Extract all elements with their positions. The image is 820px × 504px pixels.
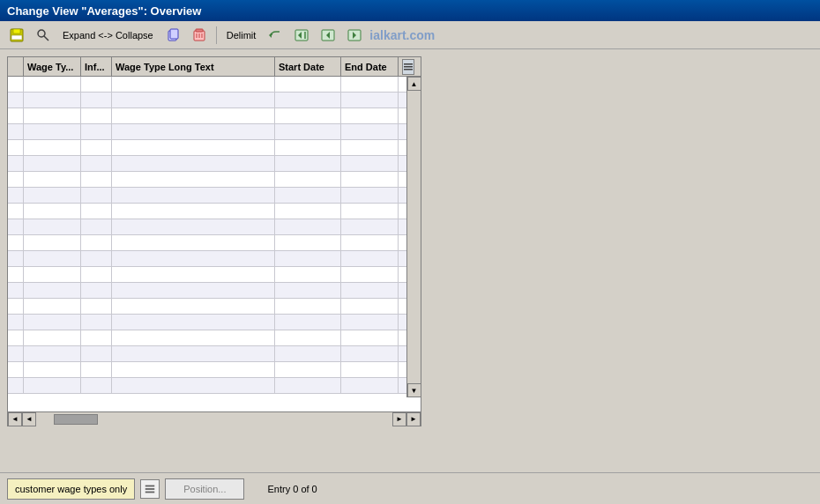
row-startdate-cell xyxy=(275,346,341,361)
row-checkbox-cell xyxy=(8,283,24,298)
table-row[interactable] xyxy=(8,346,406,362)
save-icon xyxy=(9,27,25,43)
row-longtext-cell xyxy=(112,378,275,393)
customer-wage-types-button[interactable]: customer wage types only xyxy=(7,478,135,500)
row-enddate-cell xyxy=(341,124,399,139)
row-enddate-cell xyxy=(341,362,399,377)
row-wagety-cell xyxy=(24,156,81,171)
row-enddate-cell xyxy=(341,93,399,107)
table-row[interactable] xyxy=(8,299,406,315)
copy-button[interactable] xyxy=(161,25,184,46)
table-row[interactable] xyxy=(8,315,406,330)
entry-info: Entry 0 of 0 xyxy=(267,484,317,494)
row-startdate-cell xyxy=(275,378,341,393)
table-body: ▲ ▼ xyxy=(8,77,421,411)
table-row[interactable] xyxy=(8,267,406,283)
table-row[interactable] xyxy=(8,108,406,124)
svg-rect-6 xyxy=(170,29,178,39)
row-longtext-cell xyxy=(112,235,275,250)
nav-first-button[interactable] xyxy=(290,25,313,46)
table-row[interactable] xyxy=(8,77,406,93)
table-row[interactable] xyxy=(8,219,406,235)
nav-next-button[interactable] xyxy=(343,25,366,46)
row-wagety-cell xyxy=(24,140,81,155)
find-icon xyxy=(35,27,51,43)
horizontal-scrollbar[interactable]: ◄ ◄ ► ► xyxy=(8,411,421,426)
table-row[interactable] xyxy=(8,156,406,172)
row-inf-cell xyxy=(81,315,112,330)
table-panel: Wage Ty... Inf... Wage Type Long Text St… xyxy=(7,56,421,426)
table-row[interactable] xyxy=(8,188,406,204)
row-enddate-cell xyxy=(341,77,399,92)
row-wagety-cell xyxy=(24,267,81,282)
delimit-button[interactable]: Delimit xyxy=(222,25,261,46)
copy-icon xyxy=(165,27,181,43)
row-longtext-cell xyxy=(112,156,275,171)
row-wagety-cell xyxy=(24,172,81,187)
row-longtext-cell xyxy=(112,299,275,314)
undo-button[interactable] xyxy=(264,25,287,46)
row-startdate-cell xyxy=(275,77,341,92)
col-settings-icon[interactable] xyxy=(402,59,414,75)
row-inf-cell xyxy=(81,283,112,298)
scroll-left-button[interactable]: ◄ xyxy=(22,412,36,426)
position-icon-button[interactable] xyxy=(140,479,160,499)
table-row[interactable] xyxy=(8,378,406,394)
main-content: Wage Ty... Inf... Wage Type Long Text St… xyxy=(0,49,820,472)
table-row[interactable] xyxy=(8,330,406,346)
watermark: ialkart.com xyxy=(369,28,435,42)
row-inf-cell xyxy=(81,140,112,155)
scroll-right-next-button[interactable]: ► xyxy=(406,412,421,426)
row-wagety-cell xyxy=(24,204,81,219)
hscroll-track xyxy=(36,412,392,426)
table-row[interactable] xyxy=(8,283,406,299)
table-row[interactable] xyxy=(8,172,406,188)
col-header-startdate: Start Date xyxy=(275,57,341,76)
page-title: Change View "Averages": Overview xyxy=(7,4,201,18)
position-button[interactable]: Position... xyxy=(165,478,244,500)
row-wagety-cell xyxy=(24,362,81,377)
table-row[interactable] xyxy=(8,235,406,251)
row-inf-cell xyxy=(81,204,112,219)
svg-line-4 xyxy=(44,36,48,41)
table-row[interactable] xyxy=(8,204,406,219)
row-wagety-cell xyxy=(24,315,81,330)
row-longtext-cell xyxy=(112,346,275,361)
scroll-up-button[interactable]: ▲ xyxy=(407,77,421,91)
row-longtext-cell xyxy=(112,77,275,92)
find-button[interactable] xyxy=(32,25,55,46)
row-checkbox-cell xyxy=(8,156,24,171)
expand-collapse-button[interactable]: Expand <-> Collapse xyxy=(58,25,158,46)
row-inf-cell xyxy=(81,219,112,234)
scroll-down-button[interactable]: ▼ xyxy=(407,383,421,397)
row-inf-cell xyxy=(81,346,112,361)
scroll-left-prev-button[interactable]: ◄ xyxy=(8,412,22,426)
scroll-right-button[interactable]: ► xyxy=(392,412,406,426)
table-row[interactable] xyxy=(8,362,406,378)
table-row[interactable] xyxy=(8,124,406,140)
hscroll-thumb[interactable] xyxy=(54,414,98,425)
table-row[interactable] xyxy=(8,251,406,267)
row-enddate-cell xyxy=(341,299,399,314)
row-startdate-cell xyxy=(275,251,341,266)
row-longtext-cell xyxy=(112,108,275,123)
svg-rect-23 xyxy=(145,485,155,486)
col-header-icon xyxy=(399,57,416,76)
table-row[interactable] xyxy=(8,93,406,108)
table-row[interactable] xyxy=(8,140,406,156)
row-startdate-cell xyxy=(275,156,341,171)
row-wagety-cell xyxy=(24,219,81,234)
undo-icon xyxy=(267,27,283,43)
row-enddate-cell xyxy=(341,219,399,234)
save-button[interactable] xyxy=(5,25,28,46)
vertical-scrollbar[interactable]: ▲ ▼ xyxy=(406,77,421,397)
right-panel xyxy=(429,56,813,465)
nav-prev-button[interactable] xyxy=(317,25,339,46)
row-startdate-cell xyxy=(275,235,341,250)
row-checkbox-cell xyxy=(8,172,24,187)
row-startdate-cell xyxy=(275,362,341,377)
table-header: Wage Ty... Inf... Wage Type Long Text St… xyxy=(8,57,421,77)
row-longtext-cell xyxy=(112,251,275,266)
delete-button[interactable] xyxy=(188,25,211,46)
row-inf-cell xyxy=(81,93,112,107)
